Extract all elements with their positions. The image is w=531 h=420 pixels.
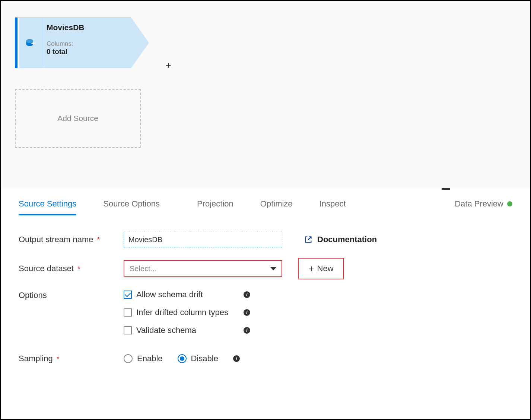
- output-stream-input[interactable]: [124, 232, 282, 247]
- plus-icon: +: [308, 264, 314, 273]
- add-transformation-button[interactable]: +: [166, 60, 171, 71]
- source-dataset-label: Source dataset *: [19, 264, 124, 273]
- options-label: Options: [19, 290, 124, 300]
- options-label-text: Options: [19, 291, 47, 300]
- tabs-row: Source Settings Source Options Projectio…: [1, 189, 530, 215]
- settings-body: Output stream name * Documentation Sourc…: [1, 215, 530, 390]
- checkbox-validate-schema[interactable]: [124, 326, 132, 334]
- row-options: Options Allow schema drift i Infer drift…: [19, 290, 512, 343]
- row-sampling: Sampling * Enable Disable i: [19, 354, 512, 363]
- source-dataset-select[interactable]: Select...: [124, 260, 282, 277]
- external-link-icon: [305, 236, 312, 243]
- tab-inspect[interactable]: Inspect: [319, 197, 346, 215]
- required-asterisk: *: [77, 264, 80, 273]
- sampling-radio-group: Enable Disable i: [124, 354, 240, 363]
- tab-data-preview-label: Data Preview: [455, 199, 503, 209]
- new-dataset-button[interactable]: + New: [298, 258, 344, 279]
- sampling-label: Sampling *: [19, 354, 124, 363]
- select-placeholder: Select...: [130, 264, 156, 273]
- sampling-label-text: Sampling: [19, 354, 53, 363]
- radio-label-enable: Enable: [137, 354, 163, 363]
- info-icon[interactable]: i: [244, 327, 250, 334]
- row-output-stream: Output stream name * Documentation: [19, 232, 512, 247]
- node-columns-label: Columns:: [47, 40, 127, 48]
- radio-sampling-enable[interactable]: [124, 354, 133, 363]
- option-row-infer-drifted: Infer drifted column types i: [124, 308, 250, 317]
- chevron-down-icon: [270, 267, 276, 270]
- checkbox-allow-schema-drift[interactable]: [124, 291, 132, 299]
- row-source-dataset: Source dataset * Select... + New: [19, 258, 512, 279]
- required-asterisk: *: [57, 355, 60, 363]
- node-icon-column: [19, 17, 42, 68]
- info-icon[interactable]: i: [233, 355, 240, 362]
- tab-source-options[interactable]: Source Options: [103, 197, 160, 215]
- documentation-label: Documentation: [317, 235, 377, 244]
- node-title: MoviesDB: [47, 23, 127, 32]
- node-columns-count: 0 total: [47, 48, 127, 56]
- options-column: Allow schema drift i Infer drifted colum…: [124, 290, 250, 343]
- dataflow-canvas[interactable]: MoviesDB Columns: 0 total + Add Source: [1, 1, 530, 189]
- new-button-label: New: [317, 264, 334, 273]
- option-row-validate-schema: Validate schema i: [124, 326, 250, 335]
- add-source-label: Add Source: [57, 114, 98, 123]
- checkbox-infer-drifted[interactable]: [124, 308, 132, 317]
- settings-panel: Source Settings Source Options Projectio…: [1, 189, 530, 390]
- tab-projection[interactable]: Projection: [197, 197, 233, 215]
- tab-data-preview[interactable]: Data Preview: [455, 197, 512, 215]
- radio-sampling-disable[interactable]: [178, 354, 187, 363]
- add-source-button[interactable]: Add Source: [15, 89, 141, 148]
- output-stream-label-text: Output stream name: [19, 235, 93, 244]
- node-accent: [15, 17, 18, 68]
- svg-point-1: [26, 39, 33, 43]
- source-node-moviesdb[interactable]: MoviesDB Columns: 0 total +: [15, 17, 149, 68]
- checkbox-label-infer-drifted: Infer drifted column types: [136, 308, 239, 317]
- option-row-schema-drift: Allow schema drift i: [124, 290, 250, 299]
- status-dot-icon: [507, 201, 512, 206]
- datasource-icon: [25, 38, 36, 48]
- node-body: MoviesDB Columns: 0 total: [42, 17, 131, 68]
- app-frame: MoviesDB Columns: 0 total + Add Source S…: [0, 0, 531, 420]
- tab-source-settings[interactable]: Source Settings: [19, 197, 76, 215]
- radio-label-disable: Disable: [191, 354, 218, 363]
- node-arrow: [131, 17, 149, 68]
- info-icon[interactable]: i: [244, 291, 250, 298]
- info-icon[interactable]: i: [244, 309, 250, 316]
- required-asterisk: *: [97, 235, 100, 244]
- tab-optimize[interactable]: Optimize: [260, 197, 293, 215]
- documentation-link[interactable]: Documentation: [305, 235, 377, 244]
- checkbox-label-schema-drift: Allow schema drift: [136, 290, 239, 299]
- checkbox-label-validate-schema: Validate schema: [136, 326, 239, 335]
- source-dataset-label-text: Source dataset: [19, 264, 74, 273]
- output-stream-label: Output stream name *: [19, 235, 124, 244]
